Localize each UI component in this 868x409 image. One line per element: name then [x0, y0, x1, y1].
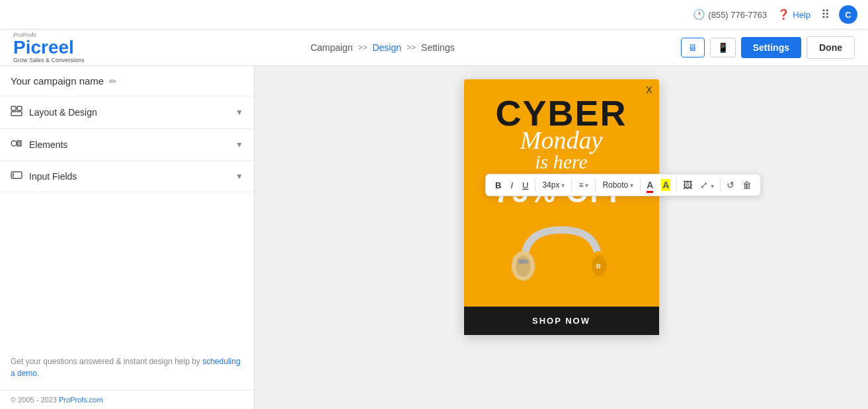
input-fields-label: Input Fields: [29, 171, 77, 182]
resize-chevron: ▾: [711, 182, 714, 190]
sidebar-section-layout[interactable]: Layout & Design ▼: [0, 96, 254, 129]
delete-button[interactable]: 🗑: [739, 177, 755, 193]
sidebar-help: Get your questions answered & instant de…: [0, 345, 254, 390]
desktop-view-button[interactable]: 🖥: [681, 38, 705, 57]
logo-text: Picreel: [13, 38, 85, 57]
format-toolbar: B I U 34px ▾ ≡ ▾ Roboto ▾ A A: [485, 174, 761, 196]
arrow-1: >>: [358, 43, 367, 52]
navbar-actions: 🖥 📱 Settings Done: [681, 36, 855, 59]
popup-ishere-text: is here: [535, 151, 588, 173]
popup-headphones-image: b: [508, 214, 614, 293]
edit-campaign-name-icon[interactable]: ✏: [109, 76, 117, 87]
layout-design-label: Layout & Design: [29, 107, 97, 118]
font-family-chevron: ▾: [630, 182, 633, 189]
step-design[interactable]: Design: [372, 42, 401, 53]
sidebar-section-elements[interactable]: Elements ▼: [0, 129, 254, 161]
undo-icon: ↺: [727, 180, 734, 190]
resize-icon: ⤢: [700, 180, 708, 190]
mobile-icon: 📱: [717, 42, 729, 53]
svg-rect-0: [11, 106, 16, 110]
phone-number: 🕐 (855) 776-7763: [693, 9, 767, 20]
font-family-value: Roboto: [602, 180, 628, 190]
image-icon: 🖼: [683, 180, 692, 190]
align-chevron: ▾: [585, 182, 588, 189]
popup-card: X CYBER Monday is here 75% OFF: [464, 79, 659, 335]
mobile-view-button[interactable]: 📱: [710, 38, 736, 57]
svg-rect-14: [594, 260, 605, 264]
help-text: Help: [793, 10, 810, 20]
phone-text: (855) 776-7763: [708, 10, 767, 20]
proprofs-link[interactable]: ProProfs.com: [59, 396, 103, 404]
logo: ProProfs Picreel Grow Sales & Conversion…: [13, 32, 85, 63]
text-color-icon: A: [647, 180, 653, 193]
popup-close-button[interactable]: X: [646, 85, 652, 95]
font-size-value: 34px: [542, 180, 559, 190]
settings-button[interactable]: Settings: [741, 37, 801, 58]
phone-icon: 🕐: [693, 9, 705, 20]
bold-button[interactable]: B: [491, 178, 505, 193]
separator-4: [640, 178, 641, 192]
elements-label: Elements: [29, 139, 67, 150]
help-icon: ❓: [777, 9, 790, 20]
topbar: 🕐 (855) 776-7763 ❓ Help ⠿ C: [0, 0, 868, 30]
layout-icon: [11, 106, 22, 119]
font-family-select[interactable]: Roboto ▾: [598, 179, 637, 191]
svg-point-3: [11, 141, 17, 146]
step-settings[interactable]: Settings: [421, 42, 455, 53]
sidebar-footer: © 2005 - 2023 ProProfs.com: [0, 390, 254, 409]
topbar-right: 🕐 (855) 776-7763 ❓ Help ⠿ C: [693, 5, 857, 24]
grid-icon[interactable]: ⠿: [821, 7, 828, 22]
text-color-button[interactable]: A: [643, 177, 656, 193]
svg-rect-1: [17, 106, 22, 110]
main-layout: Your campaign name ✏ Layout & Design ▼: [0, 66, 868, 409]
sidebar: Your campaign name ✏ Layout & Design ▼: [0, 66, 255, 409]
highlight-button[interactable]: A: [658, 177, 674, 193]
separator-5: [676, 178, 677, 192]
separator-6: [720, 178, 721, 192]
delete-icon: 🗑: [742, 180, 752, 190]
svg-rect-13: [518, 260, 528, 264]
highlight-icon: A: [661, 179, 670, 191]
separator-2: [571, 178, 572, 192]
align-icon: ≡: [578, 180, 583, 190]
navbar: ProProfs Picreel Grow Sales & Conversion…: [0, 30, 868, 66]
input-fields-chevron-icon: ▼: [235, 172, 243, 181]
elements-chevron-icon: ▼: [235, 140, 243, 149]
footer-copyright: © 2005 - 2023: [11, 396, 59, 404]
canvas-area: X CYBER Monday is here 75% OFF: [255, 66, 868, 409]
svg-point-11: [512, 251, 535, 281]
campaign-name-row: Your campaign name ✏: [0, 66, 254, 96]
desktop-icon: 🖥: [688, 42, 697, 53]
align-select[interactable]: ≡ ▾: [574, 179, 592, 191]
undo-button[interactable]: ↺: [723, 177, 738, 193]
done-button[interactable]: Done: [807, 36, 855, 59]
resize-button[interactable]: ⤢ ▾: [697, 177, 717, 193]
layout-chevron-icon: ▼: [235, 108, 243, 117]
help-link[interactable]: ❓ Help: [777, 9, 810, 20]
input-fields-icon: [11, 170, 22, 182]
sidebar-section-input-fields[interactable]: Input Fields ▼: [0, 161, 254, 192]
breadcrumb: Campaign >> Design >> Settings: [311, 42, 455, 53]
arrow-2: >>: [407, 43, 416, 52]
popup-shop-button[interactable]: SHOP NOW: [464, 307, 659, 335]
separator-3: [595, 178, 596, 192]
underline-button[interactable]: U: [518, 178, 532, 193]
font-size-select[interactable]: 34px ▾: [538, 179, 569, 191]
svg-rect-2: [11, 112, 22, 116]
font-size-chevron: ▾: [561, 182, 565, 189]
elements-icon: [11, 138, 22, 151]
user-avatar[interactable]: C: [839, 5, 857, 24]
campaign-name-text: Your campaign name: [11, 75, 104, 87]
separator-1: [535, 178, 535, 192]
help-text: Get your questions answered & instant de…: [11, 357, 202, 366]
image-button[interactable]: 🖼: [680, 177, 695, 193]
logo-subtitle: Grow Sales & Conversions: [13, 57, 85, 63]
step-campaign[interactable]: Campaign: [311, 42, 353, 53]
italic-button[interactable]: I: [506, 178, 517, 193]
